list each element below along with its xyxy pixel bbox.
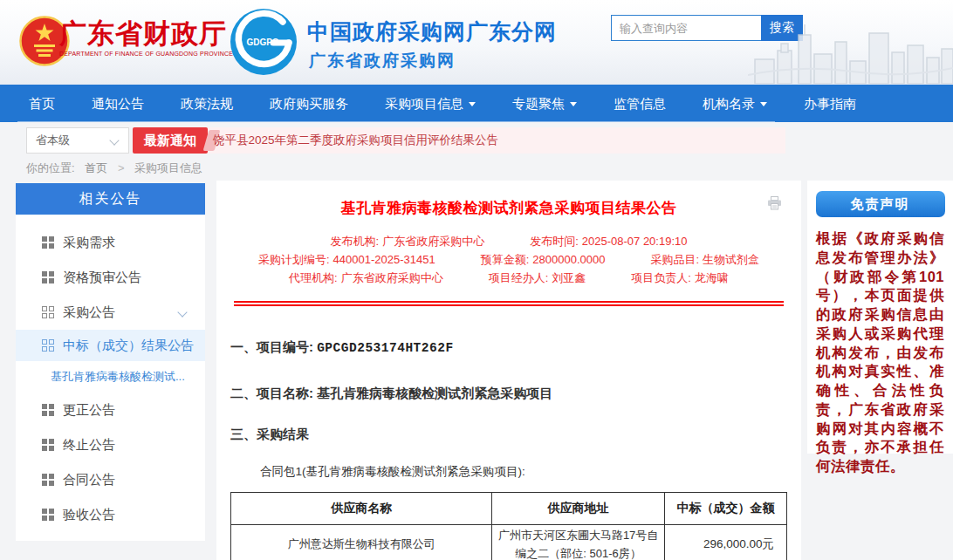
supplier-name-cell: 广州意达斯生物科技有限公司 [231,525,492,560]
meta-publish-time: 发布时间:2025-08-07 20:19:10 [530,232,687,250]
breadcrumb: 你的位置: 首页 > 采购项目信息 [26,160,202,176]
section-procurement-result: 三、采购结果 [230,427,801,443]
meta-category: 采购品目:生物试剂盒 [650,250,759,269]
meta-handler: 项目经办人:刘亚鑫 [489,269,586,287]
section-project-name: 二、项目名称: 基孔肯雅病毒核酸检测试剂紧急采购项目 [230,386,801,402]
chevron-down-icon [109,135,119,145]
col-supplier-address: 供应商地址 [492,493,664,525]
chevron-down-icon [760,102,767,106]
meta-publisher: 发布机构:广东省政府采购中心 [331,232,485,250]
sidebar-item-award-result[interactable]: 中标（成交）结果公告 [16,330,205,361]
grid-icon [42,271,54,283]
contract-package-line: 合同包1(基孔肯雅病毒核酸检测试剂紧急采购项目): [260,464,801,480]
region-select[interactable]: 省本级 [26,127,129,154]
page-title: 基孔肯雅病毒核酸检测试剂紧急采购项目结果公告 [269,198,749,218]
sidebar-title: 相关公告 [16,183,205,215]
sidebar-item-acceptance[interactable]: 验收公告 [16,497,205,532]
breadcrumb-current: 采购项目信息 [134,161,202,174]
latest-notice-link[interactable]: 饶平县2025年第二季度政府采购项目信用评价结果公告 [213,127,498,154]
nav-item-directory[interactable]: 机构名录 [684,85,785,122]
site-header: 广东省财政厅 DEPARTMENT OF FINANCE OF GUANGDON… [0,0,953,85]
meta-plan-number: 采购计划编号:440001-2025-31451 [258,250,435,269]
nav-item-notices[interactable]: 通知公告 [73,85,162,122]
chevron-down-icon [177,307,187,317]
breadcrumb-prefix: 你的位置: [26,161,75,174]
chevron-down-icon [570,102,577,106]
nav-item-special-topics[interactable]: 专题聚焦 [494,85,595,122]
article-meta: 发布机构:广东省政府采购中心 发布时间:2025-08-07 20:19:10 … [216,232,801,287]
meta-manager: 项目负责人:龙海啸 [631,269,729,287]
announcement-panel: 基孔肯雅病毒核酸检测试剂紧急采购项目结果公告 发布机构:广东省政府采购中心 发布… [216,181,801,560]
nav-underline [17,121,775,122]
grid-outline-icon [42,306,54,318]
sidebar-item-termination[interactable]: 终止公告 [16,427,205,462]
col-award-amount: 中标（成交）金额 [664,493,786,525]
sidebar-item-procurement-announcement[interactable]: 采购公告 [16,295,205,330]
nav-item-procurement-info[interactable]: 采购项目信息 [367,85,494,122]
grid-outline-icon [42,339,54,352]
table-row: 广州意达斯生物科技有限公司 广州市天河区东圃大马路17号自编之二（部位: 501… [231,525,787,560]
chevron-down-icon [469,102,476,106]
sidebar-item-prequalification[interactable]: 资格预审公告 [16,260,205,295]
nav-item-policies[interactable]: 政策法规 [162,85,251,122]
disclaimer-title-ribbon: 免责声明 [816,191,945,217]
svg-text:GDGPO: GDGPO [246,38,278,47]
award-amount-cell: 296,000.00元 [664,525,786,560]
grid-icon [42,439,54,451]
latest-notice-badge[interactable]: 最新通知 [133,127,208,154]
nav-item-service-guide[interactable]: 办事指南 [785,85,874,122]
disclaimer-text: 根据《政府采购信息发布管理办法》（财政部令第101号），本页面提供的政府采购信息… [816,229,944,476]
search-input[interactable] [611,15,761,41]
red-divider [234,301,784,306]
meta-budget: 预算金额:2800000.0000 [481,250,606,269]
related-announcements-sidebar: 相关公告 采购需求 资格预审公告 采购公告 中标（成交）结果公告 基孔肯雅病毒核… [16,183,205,541]
col-supplier-name: 供应商名称 [231,493,492,525]
grid-icon [42,236,54,249]
section-project-number: 一、项目编号: GPCGD253174HT262F [230,339,801,356]
project-number: GPCGD253174HT262F [317,341,453,355]
sidebar-item-correction[interactable]: 更正公告 [16,393,205,427]
dept-name: 广东省财政厅 [59,19,251,49]
print-icon[interactable] [767,196,782,214]
nav-item-gov-purchase-services[interactable]: 政府购买服务 [251,85,367,122]
sidebar-subitem-current-announcement[interactable]: 基孔肯雅病毒核酸检测试... [16,361,205,393]
main-navbar: 首页 通知公告 政策法规 政府购买服务 采购项目信息 专题聚焦 监管信息 机构名… [0,85,953,122]
sidebar-item-contract[interactable]: 合同公告 [16,462,205,497]
sidebar-item-procurement-demand[interactable]: 采购需求 [16,225,205,260]
dept-name-en: DEPARTMENT OF FINANCE OF GUANGDONG PROVI… [59,51,251,57]
table-header-row: 供应商名称 供应商地址 中标（成交）金额 [231,493,787,525]
disclaimer-panel: 免责声明 根据《政府采购信息发布管理办法》（财政部令第101号），本页面提供的政… [807,181,953,454]
result-table: 供应商名称 供应商地址 中标（成交）金额 广州意达斯生物科技有限公司 广州市天河… [230,492,787,560]
latest-notice-strip: 最新通知 饶平县2025年第二季度政府采购项目信用评价结果公告 [133,127,785,154]
grid-icon [42,474,54,486]
city-skyline-graphic [748,24,953,87]
meta-agency: 代理机构:广东省政府采购中心 [289,269,443,287]
breadcrumb-separator: > [118,161,125,174]
gdgpo-logo-icon: GDGPO [230,8,298,76]
site-title: 中国政府采购网广东分网 [307,17,557,46]
supplier-address-cell: 广州市天河区东圃大马路17号自编之二（部位: 501-6房） [492,525,664,560]
nav-item-home[interactable]: 首页 [10,85,73,122]
nav-item-supervision[interactable]: 监管信息 [595,85,684,122]
grid-icon [42,509,54,521]
site-subtitle: 广东省政府采购网 [309,50,456,72]
breadcrumb-home[interactable]: 首页 [85,161,107,174]
grid-icon [42,404,54,416]
